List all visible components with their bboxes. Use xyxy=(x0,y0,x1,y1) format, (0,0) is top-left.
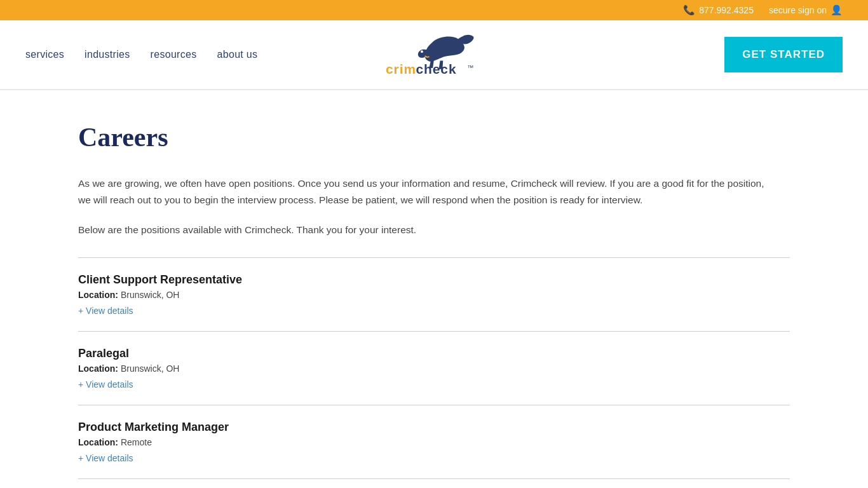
logo[interactable]: crim check ™ xyxy=(374,29,494,80)
position-item: Client Support Representative Location: … xyxy=(78,257,790,331)
svg-text:check: check xyxy=(416,62,457,76)
get-started-button[interactable]: GET STARTED xyxy=(724,37,843,72)
svg-point-0 xyxy=(421,50,423,53)
position-title: Client Support Representative xyxy=(78,273,790,287)
signin-item[interactable]: secure sign on 👤 xyxy=(769,4,843,16)
nav-industries[interactable]: industries xyxy=(85,49,130,60)
top-bar: 📞 877.992.4325 secure sign on 👤 xyxy=(0,0,868,20)
signin-icon: 👤 xyxy=(831,4,843,16)
nav-resources[interactable]: resources xyxy=(151,49,197,60)
intro-paragraph-2: Below are the positions available with C… xyxy=(78,222,777,238)
svg-text:crim: crim xyxy=(386,62,416,76)
intro-paragraph-1: As we are growing, we often have open po… xyxy=(78,175,777,209)
position-title: Product Marketing Manager xyxy=(78,421,790,434)
page-title: Careers xyxy=(78,122,790,152)
main-nav: services industries resources about us xyxy=(25,49,257,60)
signin-label: secure sign on xyxy=(769,5,827,15)
position-location: Location: Remote xyxy=(78,437,790,447)
view-details-link[interactable]: + View details xyxy=(78,379,133,390)
phone-item[interactable]: 📞 877.992.4325 xyxy=(683,4,754,16)
phone-icon: 📞 xyxy=(683,4,695,16)
view-details-link[interactable]: + View details xyxy=(78,453,133,463)
position-item: Product Marketing Manager Location: Remo… xyxy=(78,405,790,479)
position-title: Paralegal xyxy=(78,347,790,360)
svg-text:™: ™ xyxy=(467,64,473,71)
header: services industries resources about us xyxy=(0,20,868,90)
position-location: Location: Brunswick, OH xyxy=(78,363,790,374)
main-content: Careers As we are growing, we often have… xyxy=(53,90,815,488)
nav-services[interactable]: services xyxy=(25,49,64,60)
position-item: Paralegal Location: Brunswick, OH + View… xyxy=(78,331,790,405)
positions-list: Client Support Representative Location: … xyxy=(78,257,790,479)
nav-about-us[interactable]: about us xyxy=(217,49,258,60)
phone-number: 877.992.4325 xyxy=(699,5,754,15)
position-location: Location: Brunswick, OH xyxy=(78,290,790,300)
view-details-link[interactable]: + View details xyxy=(78,306,133,316)
